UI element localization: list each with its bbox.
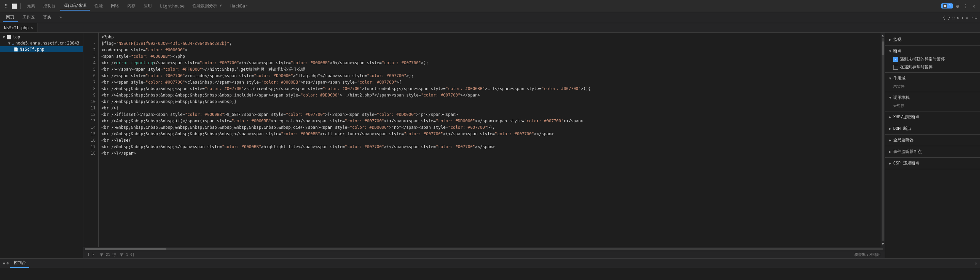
- file-tab-bar: NsScTf.php ×: [0, 23, 980, 33]
- v-scrollbar[interactable]: ▲ ▼: [881, 33, 885, 247]
- scroll-thumb[interactable]: [882, 41, 885, 55]
- tree-item-top[interactable]: ▼ ⬜ top: [0, 34, 83, 40]
- checkbox-caught[interactable]: [893, 65, 898, 70]
- close-devtools-icon[interactable]: ✕: [970, 3, 977, 9]
- line-num: 14: [83, 124, 95, 131]
- panel-section-monitor: ▶ 监视: [885, 34, 980, 46]
- panel-section-callstack: ▼ 调用堆栈 未暂停: [885, 92, 980, 111]
- tab-application[interactable]: 应用: [140, 2, 155, 10]
- arrow-scope: ▼: [889, 76, 891, 80]
- right-panel: ▶ 监视 ▼ 断点 ✓ 遇到未捕获的异常时暂停 在遇到异常时暂停 ▼ 作用域: [885, 33, 980, 258]
- tab-elements[interactable]: 元素: [24, 2, 38, 10]
- code-line-15: <br />&nbsp;&nbsp;&nbsp;&nbsp;&nbsp;&nbs…: [102, 124, 878, 131]
- h-scrollbar[interactable]: [83, 247, 885, 251]
- status-left: { } 第 21 行，第 1 列: [88, 252, 134, 257]
- panel-header-scope[interactable]: ▼ 作用域: [885, 74, 980, 82]
- toolbar-separator-1: [21, 3, 21, 9]
- tab-webpage[interactable]: 网页: [3, 13, 18, 22]
- tree-item-node5[interactable]: ▼ ☁ node5.anna.nssctf.cn:28043: [0, 40, 83, 46]
- panel-title-dom: DOM 断点: [893, 126, 911, 131]
- line-num: [83, 34, 95, 40]
- editor-down-icon[interactable]: ↓: [961, 15, 964, 20]
- editor-arrow-icon[interactable]: →: [970, 15, 973, 20]
- label-caught: 在遇到异常时暂停: [900, 64, 933, 70]
- panel-header-callstack[interactable]: ▼ 调用堆栈: [885, 93, 980, 102]
- panel-title-monitor: 监视: [893, 37, 901, 43]
- arrow-event: ▶: [889, 150, 891, 153]
- code-line-10: <br />&nbsp;&nbsp;&nbsp;&nbsp;&nbsp;&nbs…: [102, 92, 878, 98]
- tab-more[interactable]: »: [56, 14, 65, 22]
- code-line-16: <br />&nbsp;&nbsp;&nbsp;&nbsp;&nbsp;&nbs…: [102, 131, 878, 137]
- h-scroll-track[interactable]: [85, 248, 883, 250]
- panel-title-scope: 作用域: [893, 76, 905, 81]
- arrow-breakpoints: ▼: [889, 49, 891, 53]
- panel-section-scope: ▼ 作用域 未暂停: [885, 73, 980, 92]
- editor-refresh-icon[interactable]: ↻: [957, 15, 959, 20]
- panel-header-dom[interactable]: ▶ DOM 断点: [885, 124, 980, 133]
- code-line-13: <br />if(isset(</span><span style="color…: [102, 111, 878, 118]
- panel-header-xhr[interactable]: ▶ XHR/提取断点: [885, 113, 980, 121]
- tab-memory[interactable]: 内存: [124, 2, 139, 10]
- more-icon[interactable]: ⋮: [962, 3, 969, 9]
- line-num: 4: [83, 60, 95, 66]
- tab-performance[interactable]: 性能: [91, 2, 106, 10]
- code-line-18: <br />&nbsp;&nbsp;&nbsp;&nbsp;</span><sp…: [102, 144, 878, 150]
- panel-section-dom: ▶ DOM 断点: [885, 123, 980, 134]
- scope-empty: 未暂停: [885, 82, 980, 90]
- panel-title-breakpoints: 断点: [893, 48, 901, 54]
- line-num: 10: [83, 98, 95, 105]
- checkbox-uncaught[interactable]: ✓: [893, 57, 898, 62]
- scroll-track[interactable]: [882, 38, 885, 241]
- file-tab-close[interactable]: ×: [30, 25, 33, 30]
- cursor-format-icon: { }: [88, 252, 94, 257]
- tab-hackbar[interactable]: HackBar: [227, 2, 251, 10]
- devtools-menu-icon[interactable]: ⠿: [3, 3, 10, 9]
- line-num: 13: [83, 118, 95, 124]
- tab-lighthouse[interactable]: Lighthouse: [156, 2, 188, 10]
- dock-icon[interactable]: ⬜: [11, 3, 18, 9]
- scroll-down-icon[interactable]: ▼: [882, 242, 884, 246]
- arrow-callstack: ▼: [889, 96, 891, 100]
- tab-overrides[interactable]: 替换: [40, 13, 54, 22]
- file-tab-nssctf[interactable]: NsScTf.php ×: [0, 23, 37, 32]
- file-tab-name: NsScTf.php: [4, 25, 29, 30]
- tab-console[interactable]: 控制台: [40, 2, 59, 10]
- arrow-xhr: ▶: [889, 115, 891, 119]
- line-num: 6: [83, 73, 95, 79]
- panel-header-event[interactable]: ▶ 事件监听器断点: [885, 147, 980, 156]
- status-right: 覆盖率：不适用: [854, 252, 881, 257]
- code-line-14: <br />&nbsp;&nbsp;&nbsp;&nbsp;if(</span>…: [102, 118, 878, 124]
- panel-item-uncaught[interactable]: ✓ 遇到未捕获的异常时暂停: [885, 55, 980, 63]
- console-clear-icon[interactable]: ⊘: [6, 261, 9, 266]
- line-num: 11: [83, 105, 95, 111]
- tab-profiler[interactable]: 性能数据分析 ⚡: [189, 2, 225, 10]
- panel-header-csp[interactable]: ▶ CSP 违规断点: [885, 159, 980, 168]
- h-scroll-thumb[interactable]: [85, 248, 166, 250]
- scroll-up-icon[interactable]: ▲: [882, 33, 884, 37]
- code-lines[interactable]: <?php $flag="NSSCTF{17e1f992-0309-43f1-a…: [99, 33, 881, 247]
- editor-dock-icon[interactable]: ⊡: [975, 15, 977, 20]
- panel-header-global[interactable]: ▶ 全局监听器: [885, 136, 980, 144]
- panel-header-breakpoints[interactable]: ▼ 断点: [885, 47, 980, 55]
- console-tab[interactable]: 控制台: [10, 259, 29, 268]
- settings-icon[interactable]: ⚙: [954, 3, 961, 9]
- panel-section-xhr: ▶ XHR/提取断点: [885, 111, 980, 123]
- line-num: 8: [83, 85, 95, 92]
- tab-network[interactable]: 网络: [108, 2, 123, 10]
- tree-item-nssctf-php[interactable]: 📄 NsScTf.php: [0, 46, 83, 52]
- label-uncaught: 遇到未捕获的异常时暂停: [900, 56, 945, 62]
- console-close-icon[interactable]: ✕: [975, 261, 977, 266]
- console-menu-icon[interactable]: ≡: [3, 261, 5, 266]
- editor-columns-icon[interactable]: ⬚: [953, 15, 955, 20]
- line-num: 17: [83, 144, 95, 150]
- editor-swap-icon[interactable]: ↕: [966, 15, 968, 20]
- file-tree-sidebar: ▼ ⬜ top ▼ ☁ node5.anna.nssctf.cn:28043 📄…: [0, 33, 83, 258]
- second-toolbar: 网页 工作区 替换 » { } ⬚ ↻ ↓ ↕ → ⊡: [0, 12, 980, 23]
- php-file-icon: 📄: [14, 47, 18, 52]
- panel-header-monitor[interactable]: ▶ 监视: [885, 35, 980, 44]
- panel-title-global: 全局监听器: [893, 137, 914, 143]
- tab-workspace[interactable]: 工作区: [19, 13, 38, 22]
- tab-sources[interactable]: 源代码/来源: [60, 2, 90, 11]
- editor-format-icon[interactable]: { }: [943, 15, 950, 20]
- panel-item-caught[interactable]: 在遇到异常时暂停: [885, 63, 980, 71]
